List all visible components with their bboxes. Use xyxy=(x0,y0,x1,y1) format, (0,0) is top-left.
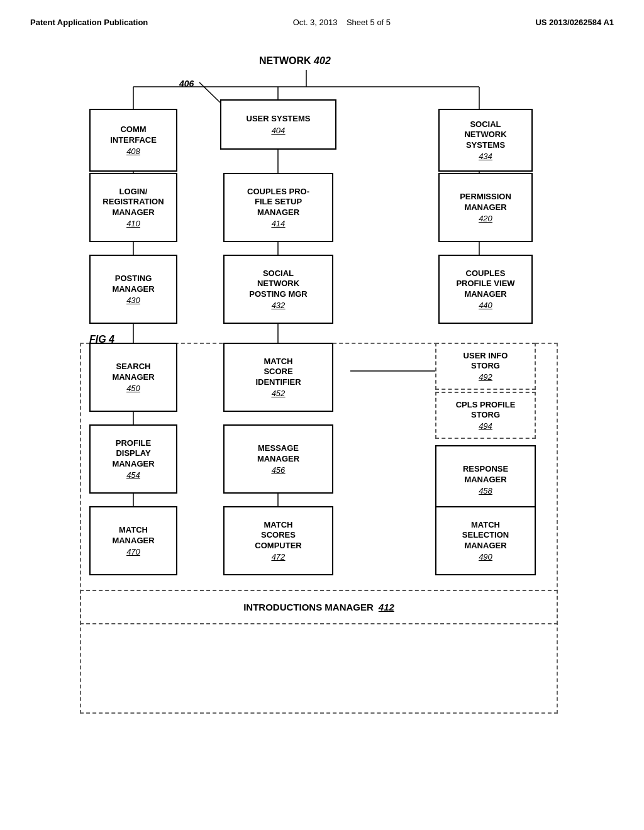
header-date: Oct. 3, 2013 xyxy=(293,18,338,27)
header-sheet: Sheet 5 of 5 xyxy=(347,18,391,27)
message-manager-box: MESSAGEMANAGER 456 xyxy=(223,424,333,494)
profile-display-manager-title: PROFILEDISPLAYMANAGER xyxy=(112,438,154,469)
couples-profile-view-number: 440 xyxy=(479,301,492,310)
match-score-identifier-number: 452 xyxy=(272,389,286,398)
cpls-profile-storg-title: CPLS PROFILESTORG xyxy=(456,400,516,421)
social-network-systems-box: SOCIALNETWORKSYSTEMS 434 xyxy=(438,109,533,172)
match-manager-box: MATCHMANAGER 470 xyxy=(89,506,177,575)
response-manager-title: RESPONSEMANAGER xyxy=(463,464,508,485)
comm-interface-box: COMMINTERFACE 408 xyxy=(89,109,177,172)
response-manager-box: RESPONSEMANAGER 458 xyxy=(435,445,536,514)
match-selection-manager-number: 490 xyxy=(479,552,492,562)
user-info-storg-box: USER INFOSTORG 492 xyxy=(435,343,536,390)
match-manager-number: 470 xyxy=(126,547,140,556)
svg-line-5 xyxy=(199,82,220,102)
match-scores-computer-box: MATCHSCORESCOMPUTER 472 xyxy=(223,506,333,575)
header-right: US 2013/0262584 A1 xyxy=(535,18,614,27)
user-info-storg-number: 492 xyxy=(479,372,492,382)
search-manager-title: SEARCHMANAGER xyxy=(112,362,154,382)
social-network-systems-title: SOCIALNETWORKSYSTEMS xyxy=(464,119,506,150)
introductions-manager-title: INTRODUCTIONS MANAGER xyxy=(243,602,374,612)
cpls-profile-storg-number: 494 xyxy=(479,421,492,431)
match-score-identifier-title: MATCHSCOREIDENTIFIER xyxy=(255,357,301,387)
permission-manager-box: PERMISSIONMANAGER 420 xyxy=(438,173,533,242)
posting-manager-number: 430 xyxy=(126,296,140,305)
match-manager-title: MATCHMANAGER xyxy=(112,525,154,546)
network-label: NETWORK 402 xyxy=(259,55,331,67)
match-selection-manager-title: MATCHSELECTIONMANAGER xyxy=(462,520,509,551)
couples-profile-setup-box: COUPLES PRO-FILE SETUPMANAGER 414 xyxy=(223,173,333,242)
posting-manager-title: POSTINGMANAGER xyxy=(112,274,154,294)
ref-406-label: 406 xyxy=(179,79,194,89)
network-number: 402 xyxy=(314,55,331,66)
couples-profile-view-box: COUPLESPROFILE VIEWMANAGER 440 xyxy=(438,255,533,324)
user-systems-number: 404 xyxy=(272,126,286,135)
couples-profile-view-title: COUPLESPROFILE VIEWMANAGER xyxy=(456,268,514,299)
posting-manager-box: POSTINGMANAGER 430 xyxy=(89,255,177,324)
social-network-posting-number: 432 xyxy=(272,301,286,310)
introductions-manager-box: INTRODUCTIONS MANAGER 412 xyxy=(80,590,558,624)
message-manager-title: MESSAGEMANAGER xyxy=(257,443,299,464)
search-manager-box: SEARCHMANAGER 450 xyxy=(89,343,177,412)
user-info-storg-title: USER INFOSTORG xyxy=(464,351,508,372)
login-registration-title: LOGIN/REGISTRATIONMANAGER xyxy=(103,187,164,218)
profile-display-manager-box: PROFILEDISPLAYMANAGER 454 xyxy=(89,424,177,494)
user-systems-box: USER SYSTEMS 404 xyxy=(220,99,336,150)
cpls-profile-storg-box: CPLS PROFILESTORG 494 xyxy=(435,392,536,439)
comm-interface-number: 408 xyxy=(126,147,140,156)
user-systems-title: USER SYSTEMS xyxy=(247,114,311,124)
search-manager-number: 450 xyxy=(126,384,140,393)
social-network-posting-box: SOCIALNETWORKPOSTING MGR 432 xyxy=(223,255,333,324)
social-network-systems-number: 434 xyxy=(479,152,492,161)
patent-header: Patent Application Publication Oct. 3, 2… xyxy=(0,0,644,33)
page: Patent Application Publication Oct. 3, 2… xyxy=(0,0,644,830)
match-score-identifier-box: MATCHSCOREIDENTIFIER 452 xyxy=(223,343,333,412)
match-scores-computer-number: 472 xyxy=(272,552,286,562)
header-left: Patent Application Publication xyxy=(30,18,148,27)
couples-profile-setup-title: COUPLES PRO-FILE SETUPMANAGER xyxy=(247,187,309,218)
permission-manager-number: 420 xyxy=(479,214,492,223)
match-scores-computer-title: MATCHSCORESCOMPUTER xyxy=(255,520,301,551)
header-center: Oct. 3, 2013 Sheet 5 of 5 xyxy=(293,18,391,27)
match-selection-manager-box: MATCHSELECTIONMANAGER 490 xyxy=(435,506,536,575)
login-registration-number: 410 xyxy=(126,219,140,228)
diagram-area: NETWORK 402 406 COMMINTERFACE 408 USER S… xyxy=(64,52,580,744)
login-registration-box: LOGIN/REGISTRATIONMANAGER 410 xyxy=(89,173,177,242)
introductions-manager-number: 412 xyxy=(379,602,394,612)
profile-display-manager-number: 454 xyxy=(126,470,140,480)
message-manager-number: 456 xyxy=(272,465,286,475)
couples-profile-setup-number: 414 xyxy=(272,219,286,228)
social-network-posting-title: SOCIALNETWORKPOSTING MGR xyxy=(249,268,307,299)
network-text: NETWORK xyxy=(259,55,311,66)
comm-interface-title: COMMINTERFACE xyxy=(110,124,157,145)
permission-manager-title: PERMISSIONMANAGER xyxy=(460,192,511,213)
response-manager-number: 458 xyxy=(479,486,492,495)
